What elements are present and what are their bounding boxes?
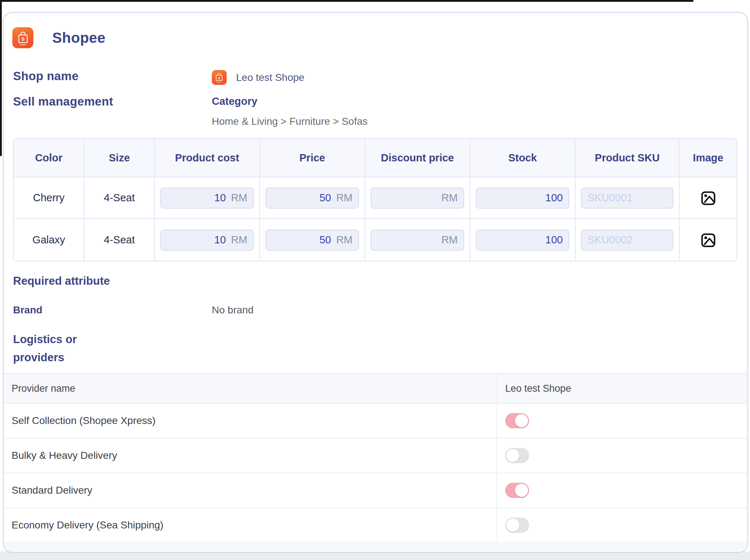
svg-text:Shopee: Shopee: [20, 44, 26, 46]
shop-name-value: Leo test Shope: [236, 72, 304, 83]
svg-text:S: S: [218, 77, 220, 80]
window-frame-top: [0, 0, 693, 2]
currency-suffix: RM: [441, 234, 458, 246]
provider-name: Economy Delivery (Sea Shipping): [4, 508, 496, 542]
product-sku-input[interactable]: [588, 234, 667, 246]
variants-table-header: Color Size Product cost Price Discount p…: [14, 139, 737, 177]
provider-name: Standard Delivery: [4, 473, 496, 507]
toggle-knob: [506, 519, 519, 532]
provider-toggle[interactable]: [505, 413, 529, 428]
category-label: Category: [212, 95, 257, 107]
stock-input[interactable]: [482, 234, 563, 246]
required-attribute-title: Required attribute: [13, 275, 110, 288]
provider-name: Self Collection (Shopee Xpress): [4, 404, 496, 438]
image-icon: [700, 190, 717, 206]
logistics-title-line1: Logistics or: [13, 330, 107, 349]
provider-row-economy: Economy Delivery (Sea Shipping): [4, 508, 747, 543]
svg-text:Shopee: Shopee: [217, 82, 221, 83]
logistics-title: Logistics or providers: [13, 330, 107, 367]
provider-shop-header: Leo test Shope: [496, 374, 747, 403]
column-header-discount-price: Discount price: [365, 139, 470, 177]
price-input[interactable]: [272, 192, 331, 204]
brand-label: Brand: [13, 304, 42, 316]
variant-color: Cherry: [14, 177, 85, 219]
discount-price-input[interactable]: [377, 234, 436, 246]
provider-row-standard: Standard Delivery: [4, 473, 747, 508]
category-breadcrumb: Home & Living > Furniture > Sofas: [212, 116, 368, 127]
currency-suffix: RM: [231, 234, 247, 246]
provider-toggle[interactable]: [505, 448, 529, 463]
product-sku-input[interactable]: [588, 192, 667, 204]
provider-name-header: Provider name: [4, 374, 496, 403]
currency-suffix: RM: [231, 192, 247, 204]
sell-management-label: Sell management: [13, 95, 113, 108]
stock-input[interactable]: [482, 192, 563, 204]
product-cost-input[interactable]: [167, 192, 226, 204]
shopee-logo-icon: S Shopee: [12, 27, 33, 48]
toggle-knob: [506, 449, 519, 462]
svg-text:S: S: [21, 36, 25, 42]
image-icon: [700, 232, 717, 248]
provider-row-bulky-heavy: Bulky & Heavy Delivery: [4, 438, 747, 473]
provider-row-self-collection: Self Collection (Shopee Xpress): [4, 404, 747, 438]
variant-size: 4-Seat: [85, 177, 155, 219]
provider-toggle[interactable]: [505, 518, 529, 533]
column-header-stock: Stock: [470, 139, 576, 177]
product-cost-input[interactable]: [167, 234, 226, 246]
card-footer-strip: [4, 543, 747, 552]
currency-suffix: RM: [336, 192, 353, 204]
window-frame-left: [0, 0, 2, 156]
discount-price-input[interactable]: [377, 192, 436, 204]
provider-name: Bulky & Heavy Delivery: [4, 438, 496, 473]
currency-suffix: RM: [441, 192, 458, 204]
variant-row-galaxy: Galaxy 4-Seat RM RM RM: [14, 219, 737, 261]
column-header-size: Size: [85, 139, 155, 177]
column-header-product-sku: Product SKU: [576, 139, 680, 177]
currency-suffix: RM: [336, 234, 353, 246]
card-header: S Shopee Shopee: [12, 27, 106, 48]
price-input[interactable]: [272, 234, 331, 246]
variant-size: 4-Seat: [85, 219, 155, 261]
upload-image-button[interactable]: [700, 231, 717, 249]
variants-table: Color Size Product cost Price Discount p…: [13, 138, 737, 262]
providers-table: Provider name Leo test Shope Self Collec…: [4, 373, 747, 543]
brand-value: No brand: [212, 304, 254, 316]
page-title: Shopee: [52, 30, 106, 46]
column-header-image: Image: [680, 139, 737, 177]
variant-color: Galaxy: [14, 219, 85, 261]
provider-toggle[interactable]: [505, 483, 529, 498]
shopee-settings-card: S Shopee Shopee Shop name S Shopee Leo t…: [3, 12, 748, 553]
column-header-color: Color: [14, 139, 85, 177]
logistics-title-line2: providers: [13, 349, 107, 367]
providers-table-header: Provider name Leo test Shope: [4, 373, 747, 404]
column-header-price: Price: [260, 139, 365, 177]
variant-row-cherry: Cherry 4-Seat RM RM RM: [14, 177, 737, 219]
column-header-product-cost: Product cost: [155, 139, 260, 177]
upload-image-button[interactable]: [700, 189, 717, 207]
shop-name-value-row: S Shopee Leo test Shope: [212, 70, 304, 85]
toggle-knob: [515, 484, 528, 497]
shop-name-label: Shop name: [13, 69, 79, 83]
toggle-knob: [515, 414, 528, 427]
shopee-shop-icon: S Shopee: [212, 70, 227, 85]
